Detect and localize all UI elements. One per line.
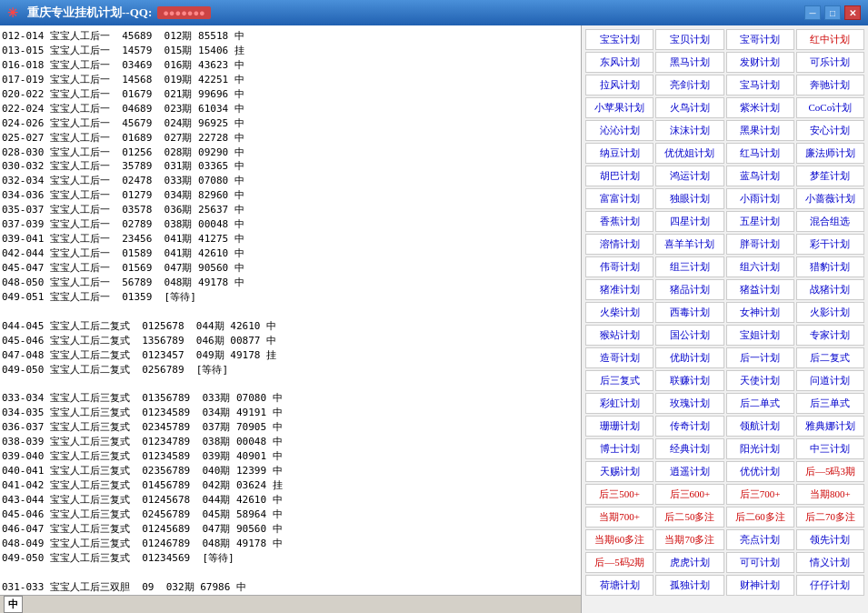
plan-button[interactable]: 鸿运计划 <box>655 166 723 186</box>
plan-button[interactable]: 猪品计划 <box>655 279 723 300</box>
plan-button[interactable]: 经典计划 <box>655 438 723 459</box>
plan-button[interactable]: 领航计划 <box>726 416 794 437</box>
plan-button[interactable]: 紫米计划 <box>726 97 794 118</box>
plan-button[interactable]: 造哥计划 <box>585 347 653 368</box>
plan-button[interactable]: 彩虹计划 <box>585 393 653 414</box>
plan-button[interactable]: 宝马计划 <box>726 75 794 95</box>
plan-button[interactable]: 玫瑰计划 <box>655 393 723 414</box>
plan-button[interactable]: 独眼计划 <box>655 188 723 209</box>
plan-button[interactable]: 优助计划 <box>655 347 723 368</box>
plan-button[interactable]: 后三500+ <box>585 484 653 505</box>
maximize-button[interactable]: □ <box>824 5 841 20</box>
plan-button[interactable]: 孤独计划 <box>655 575 723 596</box>
plan-button[interactable]: 沫沫计划 <box>655 120 723 141</box>
plan-button[interactable]: 安心计划 <box>796 120 864 141</box>
plan-button[interactable]: 彩干计划 <box>796 234 864 255</box>
plan-button[interactable]: 雅典娜计划 <box>796 416 864 437</box>
plan-button[interactable]: 红中计划 <box>796 29 864 50</box>
plan-button[interactable]: 西毒计划 <box>655 302 723 323</box>
minimize-button[interactable]: ─ <box>804 5 821 20</box>
plan-button[interactable]: 后二60多注 <box>726 507 794 528</box>
plan-button[interactable]: 火柴计划 <box>585 302 653 323</box>
plan-button[interactable]: 后二70多注 <box>796 507 864 528</box>
plan-button[interactable]: 联赚计划 <box>655 370 723 391</box>
plan-button[interactable]: 沁沁计划 <box>585 120 653 141</box>
plan-button[interactable]: 女神计划 <box>726 302 794 323</box>
plan-button[interactable]: 优优姐计划 <box>655 143 723 164</box>
plan-button[interactable]: 富富计划 <box>585 188 653 209</box>
plan-button[interactable]: 猎豹计划 <box>796 256 864 277</box>
list-area[interactable]: 012-014 宝宝人工后一 45689 012期 85518 中 013-01… <box>0 25 581 595</box>
plan-button[interactable]: 奔驰计划 <box>796 75 864 95</box>
plan-button[interactable]: 蓝鸟计划 <box>726 166 794 186</box>
plan-button[interactable]: 当期800+ <box>796 484 864 505</box>
plan-button[interactable]: 领先计划 <box>796 529 864 550</box>
plan-button[interactable]: 溶情计划 <box>585 234 653 255</box>
plan-button[interactable]: 宝贝计划 <box>655 29 723 50</box>
plan-button[interactable]: 红马计划 <box>726 143 794 164</box>
plan-button[interactable]: 后—5码3期 <box>796 461 864 482</box>
plan-button[interactable]: 可可计划 <box>726 552 794 573</box>
plan-button[interactable]: 混合组选 <box>796 211 864 232</box>
plan-button[interactable]: 后一计划 <box>726 347 794 368</box>
plan-button[interactable]: 五星计划 <box>726 211 794 232</box>
plan-button[interactable]: 专家计划 <box>796 325 864 346</box>
plan-button[interactable]: 猪准计划 <box>585 279 653 300</box>
plan-button[interactable]: 后三单式 <box>796 393 864 414</box>
plan-button[interactable]: 仔仔计划 <box>796 575 864 596</box>
plan-button[interactable]: 珊珊计划 <box>585 416 653 437</box>
plan-button[interactable]: 亮点计划 <box>726 529 794 550</box>
plan-button[interactable]: 纳豆计划 <box>585 143 653 164</box>
plan-button[interactable]: 东风计划 <box>585 52 653 73</box>
plan-button[interactable]: 国公计划 <box>655 325 723 346</box>
plan-button[interactable]: 财神计划 <box>726 575 794 596</box>
plan-button[interactable]: 逍遥计划 <box>655 461 723 482</box>
plan-button[interactable]: 后二复式 <box>796 347 864 368</box>
plan-button[interactable]: 胡巴计划 <box>585 166 653 186</box>
plan-button[interactable]: 问道计划 <box>796 370 864 391</box>
plan-button[interactable]: 香蕉计划 <box>585 211 653 232</box>
plan-button[interactable]: 小雨计划 <box>726 188 794 209</box>
plan-button[interactable]: 博士计划 <box>585 438 653 459</box>
plan-button[interactable]: 后—5码2期 <box>585 552 653 573</box>
plan-button[interactable]: 中三计划 <box>796 438 864 459</box>
plan-button[interactable]: 火鸟计划 <box>655 97 723 118</box>
plan-button[interactable]: 传奇计划 <box>655 416 723 437</box>
plan-button[interactable]: 小蔷薇计划 <box>796 188 864 209</box>
plan-button[interactable]: 发财计划 <box>726 52 794 73</box>
plan-button[interactable]: 宝宝计划 <box>585 29 653 50</box>
plan-button[interactable]: 组六计划 <box>726 256 794 277</box>
plan-button[interactable]: 虎虎计划 <box>655 552 723 573</box>
plan-button[interactable]: 亮剑计划 <box>655 75 723 95</box>
plan-button[interactable]: 伟哥计划 <box>585 256 653 277</box>
plan-button[interactable]: 战猪计划 <box>796 279 864 300</box>
plan-button[interactable]: CoCo计划 <box>796 97 864 118</box>
plan-button[interactable]: 四星计划 <box>655 211 723 232</box>
plan-button[interactable]: 阳光计划 <box>726 438 794 459</box>
plan-button[interactable]: 猪益计划 <box>726 279 794 300</box>
plan-button[interactable]: 火影计划 <box>796 302 864 323</box>
plan-button[interactable]: 梦笙计划 <box>796 166 864 186</box>
plan-button[interactable]: 后二50多注 <box>655 507 723 528</box>
right-panel[interactable]: 宝宝计划宝贝计划宝哥计划红中计划东风计划黑马计划发财计划可乐计划拉风计划亮剑计划… <box>582 25 868 613</box>
plan-button[interactable]: 后二单式 <box>726 393 794 414</box>
plan-button[interactable]: 黑马计划 <box>655 52 723 73</box>
plan-button[interactable]: 宝姐计划 <box>726 325 794 346</box>
plan-button[interactable]: 优优计划 <box>726 461 794 482</box>
plan-button[interactable]: 情义计划 <box>796 552 864 573</box>
plan-button[interactable]: 天赐计划 <box>585 461 653 482</box>
plan-button[interactable]: 组三计划 <box>655 256 723 277</box>
plan-button[interactable]: 廉法师计划 <box>796 143 864 164</box>
plan-button[interactable]: 猴站计划 <box>585 325 653 346</box>
plan-button[interactable]: 可乐计划 <box>796 52 864 73</box>
plan-button[interactable]: 当期700+ <box>585 507 653 528</box>
plan-button[interactable]: 胖哥计划 <box>726 234 794 255</box>
plan-button[interactable]: 荷塘计划 <box>585 575 653 596</box>
plan-button[interactable]: 小苹果计划 <box>585 97 653 118</box>
plan-button[interactable]: 后三600+ <box>655 484 723 505</box>
plan-button[interactable]: 后三700+ <box>726 484 794 505</box>
plan-button[interactable]: 喜羊羊计划 <box>655 234 723 255</box>
plan-button[interactable]: 后三复式 <box>585 370 653 391</box>
plan-button[interactable]: 当期70多注 <box>655 529 723 550</box>
plan-button[interactable]: 黑果计划 <box>726 120 794 141</box>
